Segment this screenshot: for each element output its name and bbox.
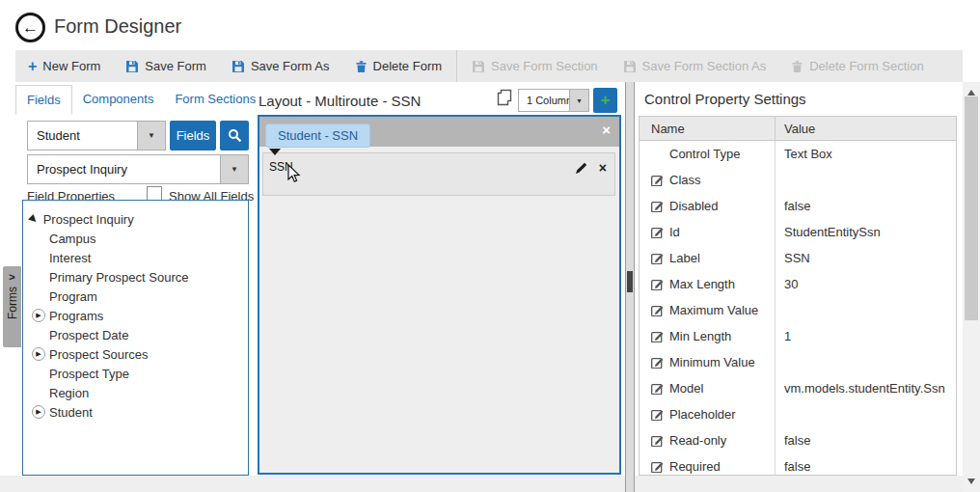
prop-name: Class	[669, 173, 701, 187]
edit-icon[interactable]	[651, 356, 664, 369]
table-row[interactable]: Read-only false	[640, 427, 956, 453]
tree-item-programs[interactable]: ▶ Programs	[23, 306, 248, 325]
edit-icon[interactable]	[651, 330, 664, 342]
bottom-strip	[0, 476, 980, 492]
delete-form-button[interactable]: Delete Form	[342, 50, 455, 82]
remove-field-icon[interactable]: ×	[599, 161, 607, 175]
form-select-value: Prospect Inquiry	[37, 155, 127, 183]
caret-collapsed-icon[interactable]: ▶	[32, 309, 45, 322]
new-form-label: New Form	[42, 59, 100, 73]
scrollbar-thumb[interactable]	[965, 96, 978, 320]
property-panel-title: Control Property Settings	[644, 91, 806, 107]
caret-collapsed-icon[interactable]: ▶	[32, 347, 45, 361]
edit-icon[interactable]	[651, 304, 664, 316]
tree-item-prospect-type[interactable]: Prospect Type	[23, 364, 248, 383]
edit-icon[interactable]	[651, 460, 664, 473]
table-row[interactable]: Min Length 1	[640, 323, 956, 349]
drag-tooltip: Student - SSN	[265, 123, 370, 148]
table-row[interactable]: Minimum Value	[640, 349, 956, 375]
tree-label: Region	[49, 386, 89, 400]
caret-expanded-icon[interactable]: ▶	[28, 213, 41, 226]
edit-icon[interactable]	[651, 252, 664, 264]
scroll-up-icon[interactable]	[967, 90, 975, 96]
tree-label: Student	[49, 405, 93, 420]
tree-label: Prospect Inquiry	[43, 212, 134, 227]
tooltip-pointer-icon	[269, 149, 281, 155]
fields-button[interactable]: Fields	[170, 121, 216, 150]
plus-icon: +	[28, 59, 37, 74]
prop-value	[775, 401, 956, 427]
chevron-down-icon[interactable]: ▼	[220, 155, 248, 183]
copy-pages-icon[interactable]	[496, 89, 513, 106]
caret-collapsed-icon[interactable]: ▶	[32, 405, 45, 419]
form-select[interactable]: Prospect Inquiry ▼	[27, 154, 249, 184]
chevron-down-icon[interactable]: ▼	[569, 90, 588, 111]
save-icon	[623, 60, 637, 73]
back-button[interactable]: ←	[15, 13, 45, 42]
tree-item-campus[interactable]: Campus	[23, 229, 248, 248]
tree-item-prospect-inquiry[interactable]: ▶ Prospect Inquiry	[23, 209, 248, 229]
save-form-button[interactable]: Save Form	[113, 50, 219, 82]
prop-name: Read-only	[669, 433, 726, 448]
forms-side-tab[interactable]: > Forms	[3, 266, 21, 347]
tree-item-interest[interactable]: Interest	[23, 248, 248, 267]
columns-select[interactable]: 1 Column ▼	[518, 89, 589, 112]
prop-value: vm.models.studentEntity.Ssn	[775, 375, 956, 401]
edit-icon[interactable]	[651, 408, 664, 421]
mouse-cursor-icon	[287, 164, 304, 183]
save-form-section-button[interactable]: Save Form Section	[459, 50, 611, 82]
table-row[interactable]: Class	[640, 167, 956, 193]
table-row[interactable]: Disabled false	[640, 193, 956, 219]
edit-pencil-icon[interactable]	[575, 161, 588, 175]
save-form-as-button[interactable]: Save Form As	[219, 50, 342, 82]
edit-icon[interactable]	[651, 200, 664, 212]
tree-label: Programs	[49, 309, 103, 323]
middle-scrollbar[interactable]	[625, 82, 635, 492]
delete-form-section-button[interactable]: Delete Form Section	[778, 50, 937, 82]
table-row[interactable]: Model vm.models.studentEntity.Ssn	[640, 375, 956, 401]
add-column-button[interactable]: +	[593, 88, 617, 113]
toolbar: + New Form Save Form Save Form As Delete…	[15, 50, 963, 82]
middle-scrollbar-thumb[interactable]	[627, 271, 633, 292]
tab-form-sections[interactable]: Form Sections	[164, 85, 266, 115]
save-form-section-as-button[interactable]: Save Form Section As	[611, 50, 779, 82]
tab-fields[interactable]: Fields	[15, 85, 72, 115]
table-row[interactable]: Label SSN	[640, 245, 956, 271]
section-close-icon[interactable]: ×	[602, 123, 611, 137]
vertical-scrollbar[interactable]	[963, 82, 980, 492]
prop-value: false	[775, 453, 956, 476]
tree-item-prospect-sources[interactable]: ▶ Prospect Sources	[23, 344, 248, 364]
chevron-down-icon[interactable]: ▼	[137, 122, 165, 150]
tab-components[interactable]: Components	[72, 85, 165, 115]
table-row[interactable]: Required false	[640, 453, 956, 476]
edit-icon[interactable]	[651, 278, 664, 290]
back-arrow-icon: ←	[22, 18, 39, 38]
table-row[interactable]: Placeholder	[640, 401, 956, 427]
prop-name: Model	[669, 381, 703, 396]
tree-item-student[interactable]: ▶ Student	[23, 402, 248, 422]
tree-item-region[interactable]: Region	[23, 383, 248, 402]
trash-icon	[791, 60, 803, 73]
prop-value: false	[775, 193, 956, 219]
prop-value	[775, 349, 956, 375]
entity-select[interactable]: Student ▼	[27, 121, 166, 150]
table-row[interactable]: Max Length 30	[640, 271, 956, 297]
tree-item-primary-prospect-source[interactable]: Primary Prospect Source	[23, 267, 248, 287]
tree-item-prospect-date[interactable]: Prospect Date	[23, 325, 248, 344]
table-row[interactable]: Maximum Value	[640, 297, 956, 323]
scroll-down-icon[interactable]	[967, 478, 975, 484]
prop-value: 30	[775, 271, 956, 297]
edit-icon[interactable]	[651, 434, 664, 447]
tree-label: Prospect Type	[49, 367, 129, 381]
edit-icon[interactable]	[651, 174, 664, 186]
new-form-button[interactable]: + New Form	[15, 50, 113, 82]
prop-name: Required	[669, 459, 721, 474]
prop-name: Min Length	[669, 329, 731, 343]
edit-icon[interactable]	[651, 382, 664, 395]
edit-icon[interactable]	[651, 226, 664, 238]
prop-value: StudentEntitySsn	[775, 219, 956, 245]
ssn-field-row[interactable]: SSN ×	[262, 152, 615, 196]
table-row[interactable]: Id StudentEntitySsn	[640, 219, 956, 245]
search-button[interactable]	[220, 121, 249, 150]
tree-item-program[interactable]: Program	[23, 287, 248, 306]
